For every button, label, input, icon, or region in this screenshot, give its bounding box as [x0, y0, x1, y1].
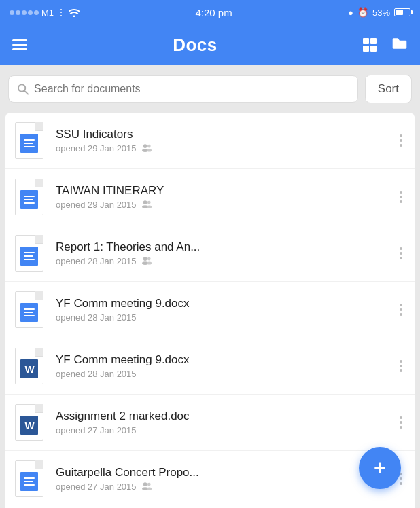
svg-point-10 — [143, 257, 147, 261]
svg-point-13 — [147, 261, 152, 264]
list-item[interactable]: TAIWAN ITINERARYopened 29 Jan 2015 — [5, 169, 415, 225]
add-button[interactable]: + — [359, 447, 401, 489]
file-icon — [15, 179, 46, 215]
svg-point-5 — [147, 149, 152, 151]
list-item[interactable]: YF Comm meeting 9.docxopened 28 Jan 2015 — [5, 282, 415, 338]
gdoc-icon — [20, 247, 38, 266]
signal-dot-1 — [10, 10, 14, 15]
shared-icon — [141, 143, 153, 154]
file-icon — [15, 460, 46, 497]
shared-icon — [141, 482, 153, 492]
signal-dot-3 — [22, 10, 27, 15]
word-icon: W — [20, 359, 38, 378]
shared-icon — [141, 200, 153, 211]
svg-point-4 — [147, 144, 150, 147]
more-options-button[interactable] — [397, 191, 405, 203]
more-options-button[interactable] — [397, 416, 405, 429]
toolbar-icons — [363, 37, 408, 53]
file-icon: W — [15, 404, 46, 441]
doc-info: Assignment 2 marked.docopened 27 Jan 201… — [56, 410, 387, 435]
doc-date: opened 27 Jan 2015 — [56, 482, 137, 492]
doc-title: YF Comm meeting 9.docx — [56, 353, 387, 367]
doc-meta: opened 28 Jan 2015 — [56, 369, 387, 379]
folder-icon — [391, 37, 408, 50]
svg-point-12 — [147, 257, 150, 260]
sort-button[interactable]: Sort — [365, 75, 412, 103]
battery-percent: 53% — [372, 7, 390, 18]
grid-view-button[interactable] — [363, 38, 377, 52]
doc-title: TAIWAN ITINERARY — [56, 184, 387, 198]
hamburger-line-2 — [12, 44, 27, 46]
doc-title: YF Comm meeting 9.docx — [56, 297, 387, 310]
svg-point-14 — [143, 482, 147, 486]
list-item[interactable]: W Assignment 2 marked.docopened 27 Jan 2… — [5, 395, 415, 451]
search-icon — [17, 83, 29, 95]
doc-info: YF Comm meeting 9.docxopened 28 Jan 2015 — [56, 353, 387, 379]
hamburger-line-3 — [12, 48, 27, 50]
list-item[interactable]: Guitarpella Concert Propo...opened 27 Ja… — [5, 451, 415, 507]
battery-fill — [396, 10, 403, 15]
svg-point-8 — [147, 200, 150, 204]
carrier-label: M1 — [41, 7, 54, 18]
toolbar: Docs — [0, 24, 420, 65]
doc-title: Assignment 2 marked.doc — [56, 410, 387, 423]
svg-point-17 — [147, 487, 152, 490]
svg-point-16 — [147, 482, 150, 486]
word-icon: W — [20, 416, 38, 435]
doc-meta: opened 27 Jan 2015 — [56, 425, 387, 435]
menu-button[interactable] — [12, 39, 27, 50]
more-options-button[interactable] — [397, 304, 405, 316]
file-icon — [15, 291, 46, 328]
hamburger-line-1 — [12, 39, 27, 41]
list-item[interactable]: SSU Indicatorsopened 29 Jan 2015 — [5, 113, 415, 169]
search-area: Sort — [0, 65, 420, 113]
list-item[interactable]: Report 1: Theories and An...opened 28 Ja… — [5, 225, 415, 282]
wifi-icon: ⋮ — [56, 7, 80, 18]
signal-dot-2 — [16, 10, 20, 15]
status-right: ● ⏰ 53% — [348, 7, 410, 18]
signal-dot-4 — [28, 10, 33, 15]
svg-point-6 — [143, 200, 147, 204]
doc-date: opened 28 Jan 2015 — [56, 256, 137, 266]
gdoc-icon — [20, 190, 38, 209]
doc-meta: opened 27 Jan 2015 — [56, 482, 387, 492]
doc-title: Guitarpella Concert Propo... — [56, 466, 387, 479]
status-bar: M1 ⋮ 4:20 pm ● ⏰ 53% — [0, 0, 420, 24]
doc-info: TAIWAN ITINERARYopened 29 Jan 2015 — [56, 184, 387, 211]
search-box[interactable] — [8, 75, 358, 103]
more-options-button[interactable] — [397, 360, 405, 372]
doc-title: Report 1: Theories and An... — [56, 240, 387, 254]
doc-info: YF Comm meeting 9.docxopened 28 Jan 2015 — [56, 297, 387, 323]
alarm-icon: ⏰ — [357, 7, 368, 18]
shared-icon — [141, 256, 153, 267]
file-icon: W — [15, 348, 46, 384]
status-left: M1 ⋮ — [10, 7, 80, 18]
search-input[interactable] — [34, 83, 349, 95]
doc-date: opened 28 Jan 2015 — [56, 369, 137, 379]
file-icon — [15, 122, 46, 159]
file-icon — [15, 235, 46, 272]
doc-info: Report 1: Theories and An...opened 28 Ja… — [56, 240, 387, 267]
battery-bar — [394, 8, 410, 16]
doc-date: opened 27 Jan 2015 — [56, 425, 137, 435]
doc-date: opened 28 Jan 2015 — [56, 312, 137, 323]
gdoc-icon — [20, 134, 38, 153]
signal-dots — [10, 10, 39, 15]
doc-meta: opened 29 Jan 2015 — [56, 200, 387, 211]
doc-meta: opened 29 Jan 2015 — [56, 143, 387, 154]
list-item[interactable]: W YF Comm meeting 9.docxopened 28 Jan 20… — [5, 338, 415, 395]
doc-title: SSU Indicators — [56, 128, 387, 141]
doc-info: SSU Indicatorsopened 29 Jan 2015 — [56, 128, 387, 154]
document-list: SSU Indicatorsopened 29 Jan 2015 TAIWAN … — [5, 113, 415, 508]
more-options-button[interactable] — [397, 247, 405, 259]
battery-icon — [394, 8, 410, 16]
doc-info: Guitarpella Concert Propo...opened 27 Ja… — [56, 466, 387, 492]
page-title: Docs — [173, 35, 217, 56]
lock-icon: ● — [348, 7, 353, 18]
more-options-button[interactable] — [397, 134, 405, 147]
doc-meta: opened 28 Jan 2015 — [56, 312, 387, 323]
gdoc-icon — [20, 472, 38, 491]
grid-icon — [363, 38, 377, 52]
svg-point-2 — [143, 144, 147, 148]
folder-view-button[interactable] — [391, 37, 408, 53]
